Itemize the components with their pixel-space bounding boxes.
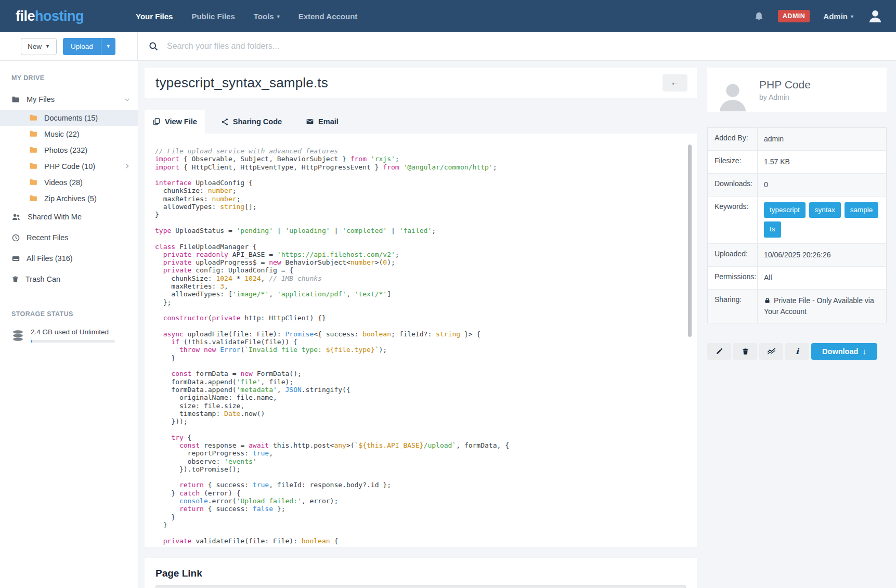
nav-link-your-files[interactable]: Your Files [136,12,173,21]
right-panel: PHP Code by Admin Added By:adminFilesize… [707,61,887,360]
code-line: } [155,211,681,218]
storage-progress-bar [31,340,115,343]
new-button[interactable]: New▼ [21,38,57,55]
code-line: } catch (error) { [155,489,681,497]
code-line: observe: 'events' [155,458,681,465]
code-scrollbar-thumb[interactable] [688,145,692,337]
detail-row-downloads: Downloads:0 [708,174,886,197]
page-link-input[interactable] [155,585,686,588]
user-menu-label: Admin [823,12,848,21]
storage-status: 2.4 GB used of Unlimited [0,325,138,343]
logo-text-hosting: hosting [35,8,84,24]
detail-value: admin [758,128,886,150]
drive-icon [11,254,20,263]
back-button[interactable]: ← [663,74,687,92]
code-line: chunkSize: 1024 * 1024, // 1MB chunks [155,275,681,282]
keyword-tag-sample[interactable]: sample [845,202,879,218]
detail-row-permissions: Permissions:All [708,267,886,290]
file-details-table: Added By:adminFilesize:1.57 KBDownloads:… [707,127,887,323]
sidebar-item-zip-archives-5[interactable]: Zip Archives (5) [0,190,138,206]
code-line: }).toPromise(); [155,465,681,473]
storage-progress-fill [31,340,32,343]
download-button[interactable]: Download ↓ [811,343,877,360]
detail-label: Permissions: [708,267,758,289]
detail-value: All [758,267,886,289]
toolbar-left: New▼ Upload ▼ [0,32,138,60]
sidebar-item-trash-can[interactable]: Trash Can [0,269,138,290]
tab-sharing-code[interactable]: Sharing Code [213,110,290,134]
envelope-icon [306,117,314,126]
tab-email[interactable]: Email [298,110,346,134]
tab-label: Sharing Code [233,117,282,126]
page-title: typescript_syntax_sample.ts [155,75,663,91]
detail-label: Downloads: [708,174,758,196]
nav-link-tools[interactable]: Tools▾ [254,12,280,21]
sidebar-item-all-files-316[interactable]: All Files (316) [0,248,138,269]
sidebar-item-label: Zip Archives (5) [44,194,97,203]
code-line: allowedTypes: ['image/*', 'application/p… [155,290,681,298]
keyword-tag-typescript[interactable]: typescript [764,202,806,218]
sidebar-item-shared-with-me[interactable]: Shared With Me [0,206,138,227]
admin-role-badge: ADMIN [778,10,810,22]
nav-link-extend-account[interactable]: Extend Account [298,12,358,21]
keyword-tag-ts[interactable]: ts [764,221,781,237]
user-menu[interactable]: Admin▾ [823,12,853,21]
upload-button-label[interactable]: Upload [63,38,101,55]
detail-value: 0 [758,174,886,196]
code-line: private readonly API_BASE = 'https://api… [155,251,681,258]
edit-button[interactable] [707,343,731,360]
sidebar-item-php-code-10[interactable]: PHP Code (10) [0,158,138,174]
sidebar-item-label: Photos (232) [44,146,87,154]
code-line: formData.append('file', file); [155,378,681,386]
tab-view-file[interactable]: View File [145,110,205,134]
chart-icon [767,346,776,356]
upload-dropdown-toggle[interactable]: ▼ [101,38,115,55]
clock-icon [11,233,20,242]
database-icon [11,329,24,342]
info-button[interactable]: i [785,343,809,360]
nav-links: Your FilesPublic FilesTools▾Extend Accou… [136,12,357,21]
sidebar: MY DRIVE My FilesDocuments (15)Music (22… [0,61,138,588]
sidebar-item-photos-232[interactable]: Photos (232) [0,142,138,158]
sidebar-item-videos-28[interactable]: Videos (28) [0,174,138,190]
detail-label: Uploaded: [708,244,758,266]
keyword-tag-syntax[interactable]: syntax [809,202,841,218]
sidebar-item-label: All Files (316) [27,254,73,263]
sidebar-item-documents-15[interactable]: Documents (15) [0,110,138,126]
owner-avatar-icon [716,80,750,112]
chevron-right-icon [124,163,131,169]
user-avatar-icon[interactable] [867,8,884,24]
tab-label: Email [318,117,339,126]
code-line: return { success: false }; [155,505,681,513]
sidebar-item-my-files[interactable]: My Files [0,89,138,110]
code-line [155,306,681,314]
code-block: // File upload service with advanced fea… [155,147,681,545]
upload-button[interactable]: Upload ▼ [63,38,115,55]
lock-icon [764,297,771,304]
sidebar-item-label: Recent Files [27,233,69,242]
code-line [155,473,681,481]
notifications-bell-icon[interactable] [754,11,764,22]
sidebar-list: My FilesDocuments (15)Music (22)Photos (… [0,89,138,290]
code-line: allowedTypes: string[]; [155,203,681,211]
sidebar-item-label: My Files [27,95,55,103]
search-input[interactable] [167,42,479,51]
app-logo[interactable]: filehosting [16,8,84,24]
detail-value: typescriptsyntaxsamplets [758,197,886,243]
trash-icon [742,347,749,356]
folder-icon [29,162,38,171]
code-line: throw new Error(`Invalid file type: ${fi… [155,346,681,354]
sidebar-item-recent-files[interactable]: Recent Files [0,227,138,248]
stats-button[interactable] [759,343,783,360]
nav-link-public-files[interactable]: Public Files [191,12,235,21]
search-icon [148,41,159,51]
storage-usage-text: 2.4 GB used of Unlimited [31,328,115,336]
detail-row-filesize: Filesize:1.57 KB [708,151,886,174]
delete-button[interactable] [733,343,757,360]
code-line: private config: UploadConfig = { [155,266,681,274]
tabs: View FileSharing CodeEmail [145,110,697,134]
code-line: } [155,513,681,521]
download-arrow-icon: ↓ [862,347,866,356]
sidebar-item-music-22[interactable]: Music (22) [0,126,138,142]
owner-folder-title: PHP Code [759,79,811,91]
